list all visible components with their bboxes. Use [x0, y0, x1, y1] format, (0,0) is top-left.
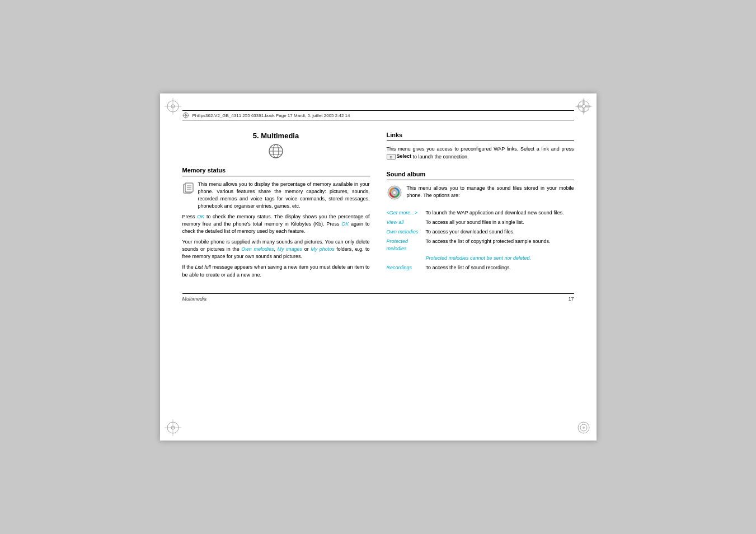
- option-label: View all: [387, 218, 426, 227]
- reg-mark-tl: [165, 98, 181, 115]
- memory-body-2: Press OK to check the memory status. The…: [182, 213, 370, 235]
- right-column: Links This menu gives you access to prec…: [387, 132, 574, 282]
- chapter-title: 5. Multimedia: [182, 132, 370, 140]
- own-melodies-link: Own melodies: [241, 246, 274, 252]
- sep2: or: [302, 246, 311, 252]
- memory-body-4-prefix: If the: [182, 264, 195, 270]
- options-table: <Get more...>To launch the WAP applicati…: [387, 208, 574, 273]
- sound-album-title: Sound album: [387, 171, 574, 177]
- svg-point-37: [393, 191, 396, 194]
- crosshair-icon: [182, 112, 189, 119]
- option-desc: To access your downloaded sound files.: [426, 227, 574, 237]
- sound-album-divider: [387, 180, 574, 180]
- protected-note-row: Protected melodies cannot be sent nor de…: [387, 254, 574, 263]
- option-desc: To launch the WAP application and downlo…: [426, 208, 574, 218]
- ok-link-2: OK: [341, 221, 349, 227]
- svg-point-12: [582, 105, 585, 108]
- options-row: View allTo access all your sound files i…: [387, 218, 574, 227]
- links-section: Links This menu gives you access to prec…: [387, 132, 574, 161]
- left-column: 5. Multimedia Memory status: [182, 132, 370, 282]
- options-row: Protected melodiesTo access the list of …: [387, 237, 574, 254]
- links-body-2: to launch the connection.: [413, 154, 469, 160]
- reg-mark-tr: [575, 98, 592, 115]
- option-label: Protected melodies: [387, 237, 426, 254]
- memory-body-4: If the List full message appears when sa…: [182, 264, 370, 278]
- option-desc: To access the list of copyright protecte…: [426, 237, 574, 254]
- page: Philips362-V2_GB_4311 255 63391.book Pag…: [160, 93, 597, 441]
- memory-body-2-prefix: Press: [182, 214, 198, 219]
- sound-album-desc: This menu allows you to manage the sound…: [407, 185, 574, 199]
- protected-note-spacer: [387, 254, 426, 263]
- page-footer: Multimedia 17: [182, 293, 574, 302]
- links-body-1: This menu gives you access to preconfigu…: [387, 146, 574, 152]
- option-desc: To access the list of sound recordings.: [426, 263, 574, 273]
- links-title: Links: [387, 132, 574, 138]
- select-inline: ≡ Select: [387, 153, 412, 160]
- select-label: Select: [397, 153, 412, 160]
- memory-body-1: This menu allows you to display the perc…: [198, 181, 370, 210]
- footer-right: 17: [568, 296, 574, 302]
- options-row: RecordingsTo access the list of sound re…: [387, 263, 574, 273]
- reg-mark-bl: [165, 419, 181, 436]
- reg-mark-br: [575, 419, 592, 436]
- links-body: This menu gives you access to preconfigu…: [387, 146, 574, 161]
- memory-divider: [182, 176, 370, 176]
- option-label: <Get more...>: [387, 208, 426, 218]
- options-row: <Get more...>To launch the WAP applicati…: [387, 208, 574, 218]
- option-label: Own melodies: [387, 227, 426, 237]
- footer-left: Multimedia: [182, 296, 207, 302]
- my-images-link: My images: [278, 246, 303, 252]
- option-label: Recordings: [387, 263, 426, 273]
- list-full-text: List full: [195, 264, 211, 270]
- sound-album-section: Sound album: [387, 171, 574, 273]
- page-header-strip: Philips362-V2_GB_4311 255 63391.book Pag…: [182, 110, 574, 120]
- memory-status-title: Memory status: [182, 167, 370, 174]
- svg-point-19: [583, 427, 585, 429]
- select-button-icon: ≡: [387, 154, 396, 160]
- protected-note-text: Protected melodies cannot be sent nor de…: [426, 254, 574, 263]
- sound-album-icon: [387, 185, 402, 204]
- memory-body-3: Your mobile phone is supplied with many …: [182, 238, 370, 260]
- option-desc: To access all your sound files in a sing…: [426, 218, 574, 227]
- sound-album-header: This menu allows you to manage the sound…: [387, 185, 574, 204]
- content-area: 5. Multimedia Memory status: [182, 132, 574, 282]
- multimedia-icon: [182, 143, 370, 162]
- links-divider: [387, 140, 574, 141]
- ok-link-1: OK: [197, 214, 204, 219]
- memory-status-icon: [182, 182, 195, 196]
- header-strip-text: Philips362-V2_GB_4311 255 63391.book Pag…: [192, 113, 350, 118]
- my-photos-link: My photos: [311, 246, 335, 252]
- options-row: Own melodiesTo access your downloaded so…: [387, 227, 574, 237]
